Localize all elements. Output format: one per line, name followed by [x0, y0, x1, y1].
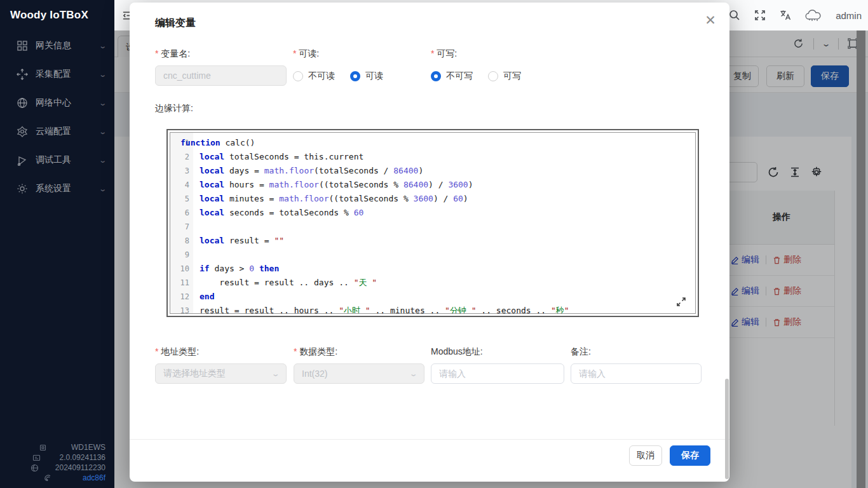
fullscreen-icon[interactable] [754, 10, 766, 21]
line-number: 2 [170, 150, 200, 164]
chevron-down-icon: ⌄ [98, 71, 107, 79]
column-height-icon[interactable] [789, 166, 801, 178]
close-icon[interactable]: ✕ [702, 11, 719, 29]
code-line: 3local days = math.floor(totalSeconds / … [170, 164, 695, 178]
sidebar-item-collect-config[interactable]: 采集配置 ⌄ [0, 62, 114, 87]
code-line: 6local seconds = totalSeconds % 60 [170, 206, 695, 220]
globe-small-icon [31, 464, 39, 472]
sidebar: Woody IoTBoX 网关信息 ⌄ 采集配置 ⌄ 网络中心 ⌄ 云端配置 ⌄… [0, 0, 114, 488]
writable-radio-group: 不可写 可写 [431, 71, 521, 82]
code-text: if days > 0 then [200, 262, 279, 276]
line-number: 7 [170, 220, 200, 234]
addr-type-label: 地址类型: [155, 346, 199, 358]
translate-icon[interactable] [780, 10, 791, 21]
edit-variable-modal: 编辑变量 ✕ 变量名: cnc_cuttime 可读: 不可读 可读 可写: 不… [130, 3, 729, 482]
modal-scrollbar-thumb[interactable] [725, 379, 729, 479]
collect-icon [17, 69, 28, 80]
username-label[interactable]: admin [836, 10, 862, 21]
sidebar-item-label: 调试工具 [36, 154, 71, 166]
brand-logo: Woody IoTBoX [10, 9, 88, 22]
sidebar-item-label: 网络中心 [36, 97, 71, 109]
code-line: 10if days > 0 then [170, 262, 695, 276]
trash-icon [773, 318, 781, 327]
search-icon[interactable] [729, 10, 740, 21]
line-number: 4 [170, 178, 200, 192]
sidebar-footer: WD1EWS 2.0.09241136 202409112230 adc86f [0, 442, 114, 483]
trash-icon [773, 256, 781, 264]
cloud-config-icon [17, 126, 28, 137]
save-button-background[interactable]: 保存 [811, 65, 849, 87]
sidebar-item-label: 云端配置 [36, 126, 71, 137]
grid-icon [17, 40, 28, 51]
radio-on-icon [431, 71, 441, 81]
refresh-icon[interactable] [793, 38, 804, 50]
code-text: local result = "" [200, 234, 284, 248]
chevron-down-icon: ⌄ [409, 370, 417, 378]
readable-radio-group: 不可读 可读 [293, 71, 383, 82]
sidebar-item-system-settings[interactable]: 系统设置 ⌄ [0, 176, 114, 201]
edit-link[interactable]: 编辑 [731, 285, 759, 297]
code-line: 2local totalSeconds = this.current [170, 150, 695, 164]
code-line: 11 result = result .. days .. "天 " [170, 276, 695, 290]
delete-link[interactable]: 删除 [773, 316, 801, 328]
edit-link[interactable]: 编辑 [731, 316, 759, 328]
build-number: 202409112230 [55, 463, 105, 472]
sidebar-item-network-center[interactable]: 网络中心 ⌄ [0, 90, 114, 116]
save-button[interactable]: 保存 [670, 445, 710, 466]
radio-readable[interactable]: 可读 [350, 71, 383, 82]
code-text: result = result .. hours .. "小时 " .. min… [200, 304, 569, 314]
edit-link[interactable]: 编辑 [731, 254, 759, 266]
code-line: 4local hours = math.floor((totalSeconds … [170, 178, 695, 192]
writable-label: 可写: [431, 48, 457, 60]
line-number: 11 [170, 276, 200, 290]
chevron-down-icon: ⌄ [98, 99, 107, 107]
footer-divider [130, 439, 729, 440]
refresh-button[interactable]: 刷新 [766, 65, 804, 87]
remark-label: 备注: [571, 346, 591, 358]
reload-icon[interactable] [768, 166, 779, 178]
data-type-select[interactable]: Int(32) ⌄ [294, 363, 424, 384]
code-text: result = result .. days .. "天 " [200, 276, 377, 290]
trash-icon [773, 287, 781, 295]
chevron-down-icon: ⌄ [98, 128, 107, 136]
modbus-addr-label: Modbus地址: [431, 346, 483, 358]
modbus-addr-input[interactable] [431, 363, 564, 384]
delete-link[interactable]: 删除 [773, 254, 801, 266]
code-text: local minutes = math.floor((totalSeconds… [200, 192, 468, 206]
commit-hash-link[interactable]: adc86f [83, 473, 105, 482]
line-number: 8 [170, 234, 200, 248]
code-editor-frame: 1function calc()2local totalSeconds = th… [166, 129, 699, 317]
addr-type-select[interactable]: 请选择地址类型 ⌄ [155, 363, 287, 384]
code-editor[interactable]: 1function calc()2local totalSeconds = th… [170, 132, 696, 314]
code-line: 12end [170, 290, 695, 304]
sidebar-item-gateway-info[interactable]: 网关信息 ⌄ [0, 33, 114, 58]
pencil-icon [731, 256, 739, 264]
modal-title: 编辑变量 [155, 17, 196, 30]
copy-button[interactable]: 复制 [726, 65, 759, 87]
sidebar-item-cloud-config[interactable]: 云端配置 ⌄ [0, 119, 114, 144]
radio-writable[interactable]: 可写 [488, 71, 521, 82]
radio-not-readable[interactable]: 不可读 [293, 71, 335, 82]
data-type-label: 数据类型: [294, 346, 337, 358]
var-name-input[interactable]: cnc_cuttime [155, 65, 287, 86]
sidebar-item-debug-tools[interactable]: 调试工具 ⌄ [0, 147, 114, 173]
delete-link[interactable]: 删除 [773, 285, 801, 297]
line-number: 9 [170, 248, 200, 262]
pencil-icon [731, 287, 739, 295]
edge-calc-label: 边缘计算: [155, 103, 193, 114]
settings-gear-icon[interactable] [811, 166, 822, 178]
readable-label: 可读: [293, 48, 319, 60]
code-text: function calc() [180, 136, 255, 150]
cancel-button[interactable]: 取消 [629, 445, 662, 466]
chevron-down-icon[interactable]: ⌄ [821, 39, 831, 48]
remark-input[interactable] [571, 363, 702, 384]
chevron-down-icon: ⌄ [98, 185, 107, 193]
code-text: local days = math.floor(totalSeconds / 8… [200, 164, 423, 178]
page-scrollbar-track[interactable] [857, 30, 865, 488]
line-number: 10 [170, 262, 200, 276]
editor-fullscreen-icon[interactable] [676, 297, 686, 307]
code-line: 8local result = "" [170, 234, 695, 248]
radio-not-writable[interactable]: 不可写 [431, 71, 473, 82]
line-number: 5 [170, 192, 200, 206]
avatar[interactable] [805, 9, 822, 22]
